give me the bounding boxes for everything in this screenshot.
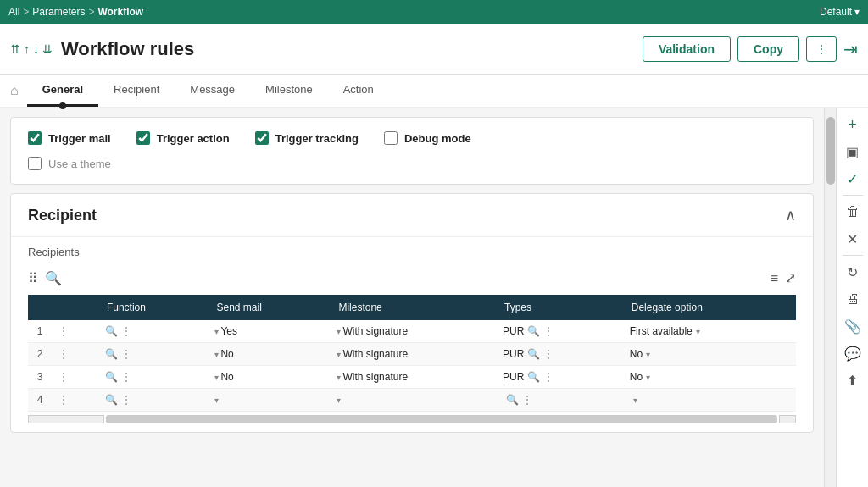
type-search-1[interactable]: 🔍 xyxy=(527,325,540,337)
type-search-3[interactable]: 🔍 xyxy=(527,371,540,383)
search-icon-3[interactable]: 🔍 xyxy=(105,371,118,383)
search-icon-4[interactable]: 🔍 xyxy=(105,394,118,406)
delegate-select-2[interactable]: No ▾ xyxy=(630,348,789,360)
breadcrumb-all[interactable]: All xyxy=(8,6,19,18)
sort-first-icon[interactable]: ⇈ xyxy=(10,42,20,56)
search-icon-2[interactable]: 🔍 xyxy=(105,348,118,360)
debug-mode-item[interactable]: Debug mode xyxy=(384,131,471,145)
trigger-mail-checkbox[interactable] xyxy=(28,131,42,145)
trigger-mail-item[interactable]: Trigger mail xyxy=(28,131,111,145)
debug-mode-checkbox[interactable] xyxy=(384,131,398,145)
type-more-2[interactable]: ⋮ xyxy=(543,348,554,360)
delegate-select-4[interactable]: ▾ xyxy=(630,396,789,405)
chat-tool-btn[interactable]: 💬 xyxy=(840,340,865,366)
send-mail-select-2[interactable]: ▾ No xyxy=(214,348,323,360)
tab-action[interactable]: Action xyxy=(328,75,389,107)
col-milestone: Milestone xyxy=(330,295,496,320)
trigger-action-item[interactable]: Trigger action xyxy=(136,131,230,145)
tab-general[interactable]: General xyxy=(27,75,98,107)
row-num-3: 3 xyxy=(28,366,52,389)
trigger-tracking-checkbox[interactable] xyxy=(255,131,269,145)
copy-button[interactable]: Copy xyxy=(737,36,799,62)
milestone-val-1: With signature xyxy=(342,325,408,337)
type-search-4[interactable]: 🔍 xyxy=(506,394,519,406)
breadcrumb-parameters[interactable]: Parameters xyxy=(32,6,85,18)
type-more-3[interactable]: ⋮ xyxy=(543,371,554,383)
table-search-btn[interactable]: 🔍 xyxy=(45,270,62,286)
print-tool-btn[interactable]: 🖨 xyxy=(840,286,865,312)
types-3: PUR 🔍 ⋮ xyxy=(503,371,616,383)
types-2: PUR 🔍 ⋮ xyxy=(503,348,616,360)
sort-down-icon[interactable]: ↓ xyxy=(33,42,39,56)
row-drag-2[interactable]: ⋮ xyxy=(52,343,98,366)
breadcrumb: All > Parameters > Workflow xyxy=(8,6,143,18)
h-scrollbar-thumb[interactable] xyxy=(106,415,777,423)
trigger-tracking-item[interactable]: Trigger tracking xyxy=(255,131,359,145)
row-send-mail-2: ▾ No xyxy=(208,343,330,366)
more-icon-2[interactable]: ⋮ xyxy=(121,348,131,360)
row-num-1: 1 xyxy=(28,320,52,343)
type-more-1[interactable]: ⋮ xyxy=(543,325,554,337)
theme-row: Use a theme xyxy=(28,157,796,170)
send-mail-val-1: Yes xyxy=(220,325,237,337)
delegate-select-1[interactable]: First available ▾ xyxy=(630,325,789,337)
scrollbar-thumb[interactable] xyxy=(826,117,835,185)
table-layers-btn[interactable]: ≡ xyxy=(771,271,778,286)
tab-message[interactable]: Message xyxy=(175,75,250,107)
add-tool-btn[interactable]: + xyxy=(840,112,865,137)
validation-button[interactable]: Validation xyxy=(643,36,731,62)
milestone-select-3[interactable]: ▾ With signature xyxy=(337,371,489,383)
milestone-select-4[interactable]: ▾ xyxy=(337,396,489,405)
tab-milestone[interactable]: Milestone xyxy=(250,75,328,107)
row-num-2: 2 xyxy=(28,343,52,366)
milestone-select-2[interactable]: ▾ With signature xyxy=(337,348,489,360)
content-area: Trigger mail Trigger action Trigger trac… xyxy=(0,108,824,487)
sort-last-icon[interactable]: ⇊ xyxy=(42,42,53,56)
default-label: Default xyxy=(820,6,852,18)
default-button[interactable]: Default ▾ xyxy=(820,6,860,18)
check-tool-btn[interactable]: ✓ xyxy=(840,166,865,191)
row-drag-1[interactable]: ⋮ xyxy=(52,320,98,343)
upload-tool-btn[interactable]: ⬆ xyxy=(840,368,865,393)
search-icon-1[interactable]: 🔍 xyxy=(105,325,118,337)
type-search-2[interactable]: 🔍 xyxy=(527,348,540,360)
more-button[interactable]: ⋮ xyxy=(806,36,837,62)
send-mail-select-1[interactable]: ▾ Yes xyxy=(214,325,323,337)
delete-tool-btn[interactable]: 🗑 xyxy=(840,199,865,224)
row-drag-3[interactable]: ⋮ xyxy=(52,366,98,389)
collapse-button[interactable]: ∧ xyxy=(785,206,796,224)
breadcrumb-workflow: Workflow xyxy=(97,6,143,18)
table-expand-btn[interactable]: ⤢ xyxy=(785,270,796,286)
more-icon-4[interactable]: ⋮ xyxy=(121,394,131,406)
row-num-4: 4 xyxy=(28,389,52,412)
type-more-4[interactable]: ⋮ xyxy=(522,394,532,406)
recipient-title: Recipient xyxy=(28,207,97,224)
col-drag xyxy=(52,295,98,320)
milestone-select-1[interactable]: ▾ With signature xyxy=(337,325,489,337)
exit-button[interactable]: ⇥ xyxy=(843,39,858,59)
table-drag-btn[interactable]: ⠿ xyxy=(28,270,38,286)
function-search-3: 🔍 ⋮ xyxy=(105,371,202,383)
chevron-down-icon: ▾ xyxy=(854,6,860,18)
h-scrollbar-right xyxy=(779,415,796,423)
send-mail-select-3[interactable]: ▾ No xyxy=(214,371,323,383)
vertical-scrollbar[interactable] xyxy=(824,108,836,487)
square-tool-btn[interactable]: ▣ xyxy=(840,139,865,164)
home-icon[interactable]: ⌂ xyxy=(10,83,19,98)
more-icon-1[interactable]: ⋮ xyxy=(121,325,131,337)
trigger-action-checkbox[interactable] xyxy=(136,131,150,145)
close-tool-btn[interactable]: ✕ xyxy=(840,226,865,252)
use-theme-checkbox[interactable] xyxy=(28,157,42,170)
header-bar: ⇈ ↑ ↓ ⇊ Workflow rules Validation Copy ⋮… xyxy=(0,24,868,75)
trigger-mail-label: Trigger mail xyxy=(48,132,111,145)
send-mail-select-4[interactable]: ▾ xyxy=(214,396,323,405)
tab-recipient[interactable]: Recipient xyxy=(98,75,175,107)
sort-up-icon[interactable]: ↑ xyxy=(24,42,30,56)
attach-tool-btn[interactable]: 📎 xyxy=(840,313,865,339)
refresh-tool-btn[interactable]: ↻ xyxy=(840,259,865,285)
delegate-select-3[interactable]: No ▾ xyxy=(630,371,789,383)
more-icon-3[interactable]: ⋮ xyxy=(121,371,131,383)
col-function: Function xyxy=(98,295,209,320)
chevron-3c: ▾ xyxy=(646,373,650,382)
row-drag-4[interactable]: ⋮ xyxy=(52,389,98,412)
